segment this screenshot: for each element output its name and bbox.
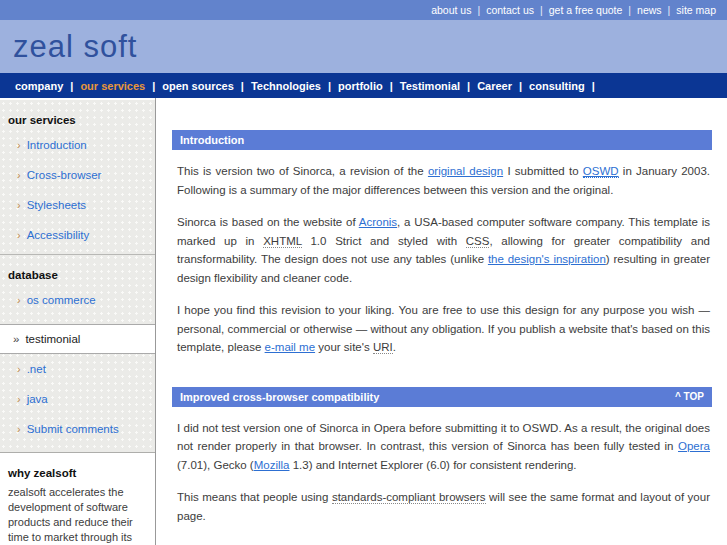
sidebar-item-os-commerce[interactable]: ›os commerce xyxy=(0,285,155,315)
sidebar-item-label: java xyxy=(27,393,48,405)
sidebar-item-cross-browser[interactable]: ›Cross-browser xyxy=(0,160,155,190)
sidebar-current-label: testimonial xyxy=(25,333,80,345)
current-arrow-icon: » xyxy=(13,333,19,345)
sidebar-list-database: ›os commerce xyxy=(0,285,155,319)
acronym-text: standards-compliant browsers xyxy=(332,491,486,504)
top-utility-bar: about us|contact us|get a free quote|new… xyxy=(0,0,727,20)
sidebar-list-after: ›.net›java›Submit comments xyxy=(0,354,155,448)
topbar-link-get-a-free-quote[interactable]: get a free quote xyxy=(543,4,629,16)
topbar-link-contact-us[interactable]: contact us xyxy=(480,4,540,16)
sidebar-item-introduction[interactable]: ›Introduction xyxy=(0,130,155,160)
nav-item-testimonial[interactable]: Testimonial xyxy=(393,80,467,92)
arrow-icon: › xyxy=(17,423,21,435)
sidebar-item-label: Introduction xyxy=(27,139,87,151)
topbar-link-site-map[interactable]: site map xyxy=(670,4,722,16)
sidebar-list-our-services: ›Introduction›Cross-browser›Stylesheets›… xyxy=(0,130,155,254)
section-title: Introduction xyxy=(180,134,244,146)
topbar-link-news[interactable]: news xyxy=(631,4,668,16)
nav-item-open-sources[interactable]: open sources xyxy=(155,80,241,92)
sidebar-item-testimonial-current[interactable]: »testimonial xyxy=(0,324,155,354)
section-header-bar: Introduction xyxy=(172,130,712,150)
arrow-icon: › xyxy=(17,294,21,306)
inline-link-mozilla[interactable]: Mozilla xyxy=(254,459,290,471)
sidebar-item-net[interactable]: ›.net xyxy=(0,354,155,384)
why-text: zealsoft accelerates the development of … xyxy=(8,485,149,545)
acronym-text: CSS xyxy=(466,235,490,248)
why-zealsoft-block: why zealsoft zealsoft accelerates the de… xyxy=(0,453,155,545)
inline-link-acronis[interactable]: Acronis xyxy=(359,216,397,228)
paragraph: This means that people using standards-c… xyxy=(172,488,712,525)
site-header: zeal soft xyxy=(0,20,727,73)
sidebar-item-submit-comments[interactable]: ›Submit comments xyxy=(0,414,155,444)
arrow-icon: › xyxy=(17,393,21,405)
arrow-icon: › xyxy=(17,199,21,211)
topbar-link-about-us[interactable]: about us xyxy=(425,4,477,16)
separator: | xyxy=(592,80,595,92)
arrow-icon: › xyxy=(17,363,21,375)
arrow-icon: › xyxy=(17,139,21,151)
arrow-icon: › xyxy=(17,169,21,181)
nav-item-career[interactable]: Career xyxy=(470,80,519,92)
sidebar-section-title: database xyxy=(0,255,155,285)
nav-item-our-services[interactable]: our services xyxy=(73,80,152,92)
site-title: zeal soft xyxy=(0,29,137,65)
acronym-text: URI xyxy=(373,341,393,354)
sidebar-item-stylesheets[interactable]: ›Stylesheets xyxy=(0,190,155,220)
back-to-top-link[interactable]: ^ TOP xyxy=(675,391,704,402)
main-nav: company|our services|open sources|Techno… xyxy=(0,73,727,98)
sidebar-item-label: os commerce xyxy=(27,294,96,306)
sidebar-item-label: Cross-browser xyxy=(27,169,102,181)
inline-link-opera[interactable]: Opera xyxy=(678,440,710,452)
nav-item-portfolio[interactable]: portfolio xyxy=(331,80,390,92)
inline-link-original-design[interactable]: original design xyxy=(428,165,503,177)
inline-link-e-mail-me[interactable]: e-mail me xyxy=(265,341,315,353)
sidebar-item-java[interactable]: ›java xyxy=(0,384,155,414)
sidebar-section-title: our services xyxy=(0,100,155,130)
section-introduction: Introduction This is version two of Sino… xyxy=(172,130,712,357)
section-title: Improved cross-browser compatibility xyxy=(180,391,379,403)
paragraph: Sinorca is based on the website of Acron… xyxy=(172,213,712,287)
sidebar-menu-block: our services ›Introduction›Cross-browser… xyxy=(0,100,155,453)
sidebar: our services ›Introduction›Cross-browser… xyxy=(0,98,156,545)
inline-link-oswd[interactable]: OSWD xyxy=(583,165,619,178)
arrow-icon: › xyxy=(17,229,21,241)
sidebar-item-label: Accessibility xyxy=(27,229,90,241)
sidebar-item-label: Stylesheets xyxy=(27,199,86,211)
paragraph: This is version two of Sinorca, a revisi… xyxy=(172,162,712,199)
sidebar-item-label: Submit comments xyxy=(27,423,119,435)
section-cross-browser: Improved cross-browser compatibility ^ T… xyxy=(172,387,712,526)
nav-item-company[interactable]: company xyxy=(8,80,70,92)
sidebar-item-label: .net xyxy=(27,363,46,375)
nav-item-technologies[interactable]: Technologies xyxy=(244,80,328,92)
why-title: why zealsoft xyxy=(8,467,149,479)
sidebar-item-accessibility[interactable]: ›Accessibility xyxy=(0,220,155,250)
paragraph: I did not test version one of Sinorca in… xyxy=(172,419,712,475)
acronym-text: XHTML xyxy=(263,235,302,248)
paragraph: I hope you find this revision to your li… xyxy=(172,301,712,357)
main-content: Introduction This is version two of Sino… xyxy=(156,98,727,545)
nav-item-consulting[interactable]: consulting xyxy=(522,80,592,92)
inline-link-the-design-s-inspiration[interactable]: the design's inspiration xyxy=(488,253,606,265)
section-header-bar: Improved cross-browser compatibility ^ T… xyxy=(172,387,712,407)
